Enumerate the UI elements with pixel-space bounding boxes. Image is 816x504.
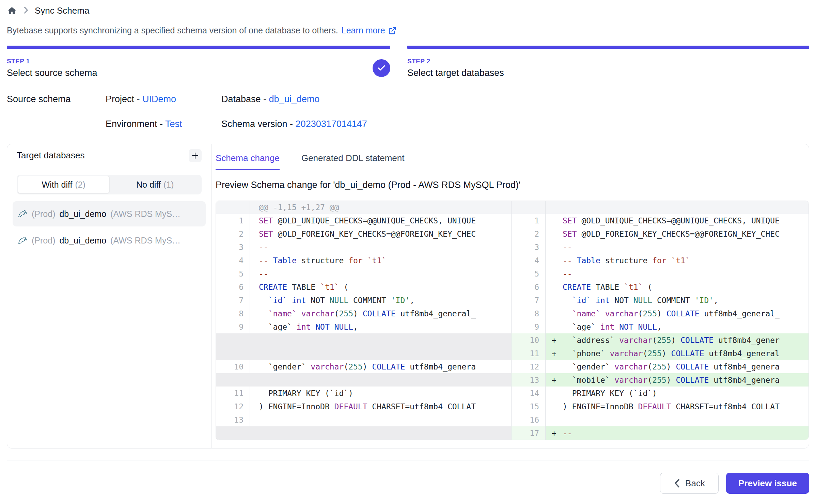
tab-generated-ddl[interactable]: Generated DDL statement: [301, 153, 405, 170]
line-sign: [250, 360, 259, 373]
back-button[interactable]: Back: [660, 473, 719, 494]
target-database-item[interactable]: (Prod)db_ui_demo(AWS RDS MyS…: [13, 228, 206, 253]
code-line: SET @OLD_UNIQUE_CHECKS=@@UNIQUE_CHECKS, …: [563, 214, 780, 227]
step-1-progress-bar: [7, 46, 390, 49]
code-line: SET @OLD_UNIQUE_CHECKS=@@UNIQUE_CHECKS, …: [259, 214, 476, 227]
line-sign: [546, 320, 563, 333]
footer-actions: Back Preview issue: [7, 473, 809, 494]
step-1-title: Select source schema: [7, 68, 97, 78]
learn-more-link[interactable]: Learn more: [342, 26, 397, 35]
no-diff-count: (1): [163, 180, 174, 190]
diff-row: 8 `name` varchar(255) COLLATE utf8mb4_ge…: [216, 307, 511, 320]
preview-tabs: Schema change Generated DDL statement: [216, 144, 809, 170]
target-database-item[interactable]: (Prod)db_ui_demo(AWS RDS MyS…: [13, 201, 206, 226]
db-environment: (Prod): [32, 209, 55, 219]
diff-added-row: 10+ `address` varchar(255) COLLATE utf8m…: [512, 333, 809, 347]
step-2-title: Select target databases: [407, 68, 504, 78]
line-number: 3: [216, 240, 250, 254]
preview-issue-button[interactable]: Preview issue: [726, 473, 809, 494]
environment-link[interactable]: Test: [165, 119, 182, 129]
step-1: STEP 1 Select source schema: [7, 46, 390, 78]
added-line-sign: +: [546, 373, 563, 387]
added-line-sign: +: [546, 333, 563, 347]
diff-row: 15) ENGINE=InnoDB DEFAULT CHARSET=utf8mb…: [512, 400, 809, 413]
line-number: [216, 373, 250, 387]
line-number: 5: [512, 267, 546, 280]
tab-no-diff[interactable]: No diff (1): [110, 176, 201, 193]
plus-icon: [191, 152, 199, 160]
diff-row: 3--: [512, 240, 809, 254]
code-line: --: [563, 267, 572, 280]
steps-indicator: STEP 1 Select source schema STEP 2 Selec…: [7, 46, 809, 78]
line-number: 6: [216, 280, 250, 294]
line-number: [216, 201, 250, 214]
diff-row: 16: [512, 413, 809, 426]
code-line: --: [259, 267, 268, 280]
diff-added-row: 11+ `phone` varchar(255) COLLATE utf8mb4…: [512, 347, 809, 360]
home-icon[interactable]: [7, 6, 17, 16]
code-line: --: [563, 240, 572, 254]
page-title: Sync Schema: [35, 5, 89, 16]
code-line: `gender` varchar(255) COLLATE utf8mb4_ge…: [563, 360, 780, 373]
line-number: 5: [216, 267, 250, 280]
line-sign: [546, 307, 563, 320]
diff-row: 12 `gender` varchar(255) COLLATE utf8mb4…: [512, 360, 809, 373]
line-number: 2: [512, 227, 546, 240]
diff-row: 11 PRIMARY KEY (`id`): [216, 387, 511, 400]
line-number: 16: [512, 413, 546, 426]
add-target-database-button[interactable]: [189, 149, 202, 162]
line-sign: [250, 254, 259, 267]
code-line: `gender` varchar(255) COLLATE utf8mb4_ge…: [259, 360, 476, 373]
learn-more-label: Learn more: [342, 26, 385, 35]
mysql-dolphin-icon: [17, 209, 28, 219]
line-sign: [250, 240, 259, 254]
line-number: 1: [216, 214, 250, 227]
diff-pane-source[interactable]: @@ -1,15 +1,27 @@1SET @OLD_UNIQUE_CHECKS…: [216, 201, 512, 440]
mysql-dolphin-icon: [17, 235, 28, 246]
diff-row: 1SET @OLD_UNIQUE_CHECKS=@@UNIQUE_CHECKS,…: [512, 214, 809, 227]
chevron-left-icon: [674, 479, 680, 488]
line-number: 8: [216, 307, 250, 320]
diff-pane-target[interactable]: 1SET @OLD_UNIQUE_CHECKS=@@UNIQUE_CHECKS,…: [512, 201, 809, 440]
line-number: 3: [512, 240, 546, 254]
external-link-icon: [388, 26, 397, 35]
line-number: 4: [512, 254, 546, 267]
step-2-progress-bar: [407, 46, 809, 49]
sync-panel: Target databases With diff (2) No diff (…: [7, 144, 809, 448]
project-label: Project -: [106, 94, 142, 104]
diff-filler-row: [216, 333, 511, 360]
schema-version-link[interactable]: 20230317014147: [296, 119, 367, 129]
line-sign: [546, 201, 563, 214]
line-number: 1: [512, 214, 546, 227]
diff-row: 12) ENGINE=InnoDB DEFAULT CHARSET=utf8mb…: [216, 400, 511, 413]
back-button-label: Back: [685, 478, 705, 489]
diff-row: 3--: [216, 240, 511, 254]
line-sign: [546, 254, 563, 267]
code-line: PRIMARY KEY (`id`): [259, 387, 353, 400]
code-line: --: [563, 426, 572, 440]
line-sign: [250, 267, 259, 280]
line-number: 12: [216, 400, 250, 413]
no-diff-label: No diff: [136, 180, 161, 190]
project-link[interactable]: UIDemo: [142, 94, 176, 104]
line-sign: [250, 426, 259, 440]
preview-title: Preview Schema change for 'db_ui_demo (P…: [216, 180, 809, 190]
target-databases-panel: Target databases With diff (2) No diff (…: [7, 144, 211, 448]
tab-schema-change[interactable]: Schema change: [216, 153, 280, 170]
line-sign: [250, 307, 259, 320]
line-number: 11: [216, 387, 250, 400]
diff-row: 4-- Table structure for `t1`: [216, 254, 511, 267]
line-number: 10: [216, 360, 250, 373]
line-sign: [546, 413, 563, 426]
description-text: Bytebase supports synchronizing a specif…: [7, 26, 338, 35]
breadcrumb: Sync Schema: [7, 5, 809, 16]
db-instance: (AWS RDS MyS…: [110, 236, 201, 246]
database-link[interactable]: db_ui_demo: [269, 94, 320, 104]
code-line: `address` varchar(255) COLLATE utf8mb4_g…: [563, 333, 780, 347]
step-2-label: STEP 2: [407, 58, 504, 65]
code-line: -- Table structure for `t1`: [259, 254, 386, 267]
line-sign: [250, 227, 259, 240]
code-line: SET @OLD_FOREIGN_KEY_CHECKS=@@FOREIGN_KE…: [563, 227, 780, 240]
diff-row: 9 `age` int NOT NULL,: [216, 320, 511, 333]
tab-with-diff[interactable]: With diff (2): [18, 176, 110, 193]
